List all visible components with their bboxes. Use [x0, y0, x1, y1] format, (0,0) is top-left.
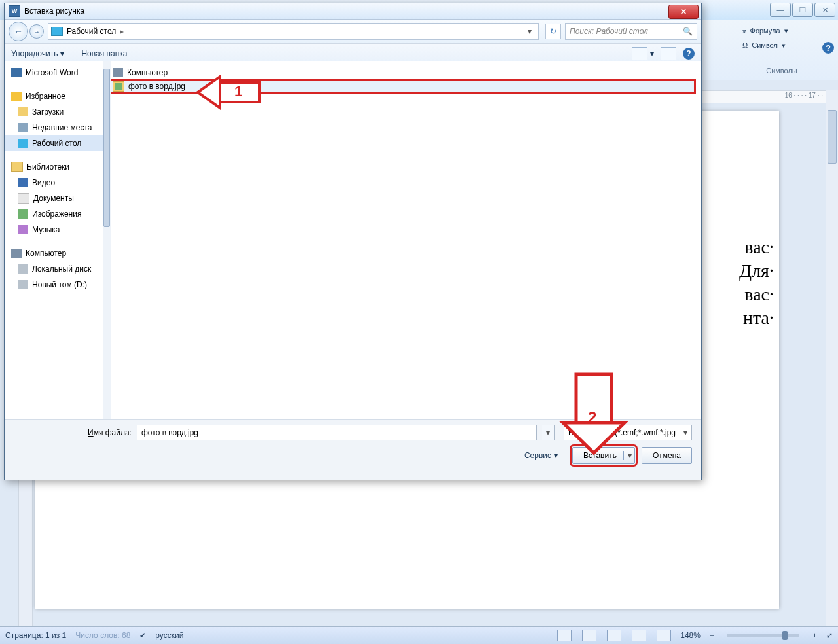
chevron-down-icon: ▾: [554, 451, 558, 460]
insert-button[interactable]: Вставить▾: [572, 447, 635, 464]
nav-back-button[interactable]: ←: [9, 22, 28, 41]
sidebar-item-images[interactable]: Изображения: [5, 206, 103, 222]
views-icon: [632, 47, 647, 60]
cancel-button[interactable]: Отмена: [642, 447, 692, 464]
sidebar-item-label: Избранное: [26, 92, 65, 101]
breadcrumb-location[interactable]: Рабочий стол: [67, 27, 116, 36]
vertical-scrollbar[interactable]: [826, 90, 838, 627]
list-item-computer[interactable]: Компьютер: [110, 67, 695, 78]
sidebar-item-favorites[interactable]: Избранное: [5, 88, 103, 104]
text-line: вас·: [739, 283, 774, 306]
star-icon: [11, 92, 22, 101]
views-button[interactable]: ▾: [632, 47, 654, 60]
view-draft-button[interactable]: [657, 630, 671, 641]
zoom-out-button[interactable]: −: [710, 631, 714, 640]
view-outline-button[interactable]: [632, 630, 646, 641]
search-icon[interactable]: 🔍: [683, 27, 693, 36]
nav-forward-button[interactable]: →: [29, 24, 44, 39]
scrollbar-thumb[interactable]: [103, 69, 110, 227]
filename-input[interactable]: фото в ворд.jpg: [137, 425, 537, 440]
zoom-in-button[interactable]: +: [812, 631, 817, 640]
image-file-icon: [113, 81, 124, 92]
document-icon: [18, 193, 29, 204]
filename-label: ИИмя файла:мя файла:: [14, 428, 132, 437]
sidebar-item-label: Изображения: [32, 209, 81, 219]
preview-pane-button[interactable]: [661, 47, 676, 60]
chevron-down-icon: ▾: [784, 27, 788, 35]
ribbon-group-symbols: πФормула ▾ ΩСимвол ▾ Символы: [737, 24, 826, 76]
desktop-icon: [51, 27, 63, 36]
file-type-filter[interactable]: Все рисунки (*.emf;*.wmf;*.jpg▾: [564, 425, 692, 440]
status-bar: Страница: 1 из 1 Число слов: 68 ✔ русски…: [0, 626, 838, 644]
organize-menu[interactable]: Упорядочить ▾: [11, 49, 64, 58]
breadcrumb-history-dropdown[interactable]: ▾: [524, 27, 536, 36]
view-web-layout-button[interactable]: [607, 630, 621, 641]
scrollbar-thumb[interactable]: [828, 110, 837, 164]
insert-split-dropdown[interactable]: ▾: [623, 451, 632, 460]
status-spellcheck-icon[interactable]: ✔: [139, 631, 146, 640]
sidebar-scrollbar[interactable]: [103, 61, 111, 430]
word-minimize-button[interactable]: —: [770, 3, 791, 17]
sidebar-item-computer[interactable]: Компьютер: [5, 245, 103, 261]
sidebar-item-documents[interactable]: Документы: [5, 190, 103, 206]
sidebar-item-label: Видео: [32, 178, 55, 187]
dialog-nav-bar: ← → Рабочий стол ▸ ▾ ↻ Поиск: Рабочий ст…: [5, 20, 701, 44]
ruler-marks: 16 · · · · 17 · ·: [785, 92, 823, 99]
chevron-down-icon: ▾: [683, 428, 687, 437]
filename-history-dropdown[interactable]: ▾: [542, 425, 555, 440]
chevron-down-icon: ▾: [782, 41, 786, 50]
sidebar-item-label: Библиотеки: [27, 162, 69, 171]
sidebar-item-label: Документы: [33, 194, 74, 203]
file-list[interactable]: Компьютер фото в ворд.jpg: [103, 61, 701, 430]
sidebar-item-recent[interactable]: Недавние места: [5, 120, 103, 135]
music-icon: [18, 225, 28, 234]
computer-icon: [113, 68, 123, 77]
sidebar-item-label: Музыка: [32, 225, 60, 234]
list-item-photo[interactable]: фото в ворд.jpg: [110, 80, 695, 92]
word-close-button[interactable]: ✕: [814, 3, 835, 17]
sidebar-item-video[interactable]: Видео: [5, 175, 103, 190]
word-maximize-button[interactable]: ❐: [792, 3, 813, 17]
status-word-count[interactable]: Число слов: 68: [75, 631, 130, 640]
word-icon: W: [9, 5, 20, 17]
folder-icon: [18, 107, 28, 116]
view-print-layout-button[interactable]: [557, 630, 572, 641]
sidebar-item-libraries[interactable]: Библиотеки: [5, 159, 103, 175]
sidebar-item-desktop[interactable]: Рабочий стол: [5, 135, 103, 151]
sidebar-item-downloads[interactable]: Загрузки: [5, 104, 103, 120]
status-language[interactable]: русский: [155, 631, 183, 640]
sidebar-item-local-disk[interactable]: Локальный диск: [5, 261, 103, 277]
sidebar-item-word[interactable]: Microsoft Word: [5, 65, 103, 80]
breadcrumb[interactable]: Рабочий стол ▸ ▾: [48, 23, 539, 40]
text-line: вас·: [739, 236, 774, 259]
tools-menu[interactable]: Сервис ▾: [524, 451, 558, 460]
refresh-button[interactable]: ↻: [545, 24, 561, 39]
images-icon: [18, 209, 28, 219]
sidebar-item-music[interactable]: Музыка: [5, 222, 103, 238]
status-page[interactable]: Страница: 1 из 1: [5, 631, 66, 640]
libraries-icon: [11, 162, 23, 172]
document-text-fragment: вас· Для· вас· нта·: [739, 236, 774, 330]
zoom-level[interactable]: 148%: [680, 631, 701, 640]
sidebar-item-label: Microsoft Word: [26, 68, 78, 77]
new-folder-button[interactable]: Новая папка: [81, 49, 127, 58]
computer-icon: [11, 249, 22, 258]
dialog-titlebar[interactable]: W Вставка рисунка ✕: [5, 3, 701, 20]
ribbon-symbol-label: Символ: [752, 41, 778, 49]
filename-value: фото в ворд.jpg: [141, 428, 198, 437]
ribbon-symbol-button[interactable]: ΩСимвол ▾: [742, 38, 826, 52]
dialog-help-button[interactable]: ?: [683, 48, 695, 60]
dialog-close-button[interactable]: ✕: [668, 5, 699, 19]
view-fullscreen-reading-button[interactable]: [582, 630, 596, 641]
filter-text: Все рисунки (*.emf;*.wmf;*.jpg: [568, 428, 676, 437]
zoom-fit-button[interactable]: ⤢: [826, 631, 833, 640]
search-input[interactable]: Поиск: Рабочий стол 🔍: [565, 23, 697, 40]
ribbon-formula-button[interactable]: πФормула ▾: [742, 24, 826, 38]
disk-icon: [18, 280, 28, 289]
sidebar-item-new-volume[interactable]: Новый том (D:): [5, 277, 103, 293]
zoom-slider[interactable]: [727, 634, 799, 637]
dialog-footer: ИИмя файла:мя файла: фото в ворд.jpg ▾ В…: [5, 419, 701, 480]
chevron-down-icon: ▾: [60, 49, 64, 58]
list-item-label: Компьютер: [127, 68, 168, 77]
breadcrumb-arrow-icon[interactable]: ▸: [120, 27, 124, 36]
